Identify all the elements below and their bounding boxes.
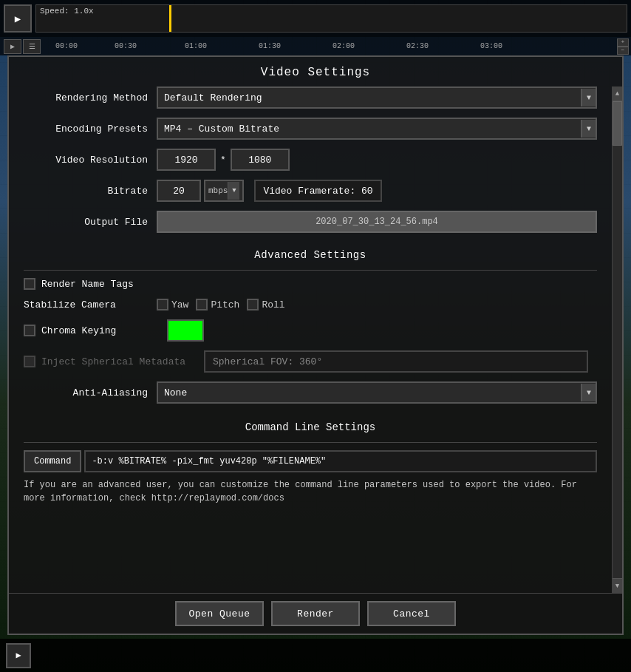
divider-1: [24, 270, 597, 271]
anti-aliasing-row: Anti-Aliasing None ▼: [24, 381, 597, 404]
tick-1: 00:30: [115, 42, 137, 50]
bitrate-row: Bitrate mbps ▼ Video Framerate: 60: [24, 180, 597, 202]
cancel-button[interactable]: Cancel: [367, 601, 456, 626]
bitrate-unit-arrow: ▼: [228, 182, 239, 200]
stabilize-camera-label: Stabilize Camera: [24, 299, 157, 310]
command-line-title: Command Line Settings: [24, 415, 597, 439]
bitrate-label: Bitrate: [24, 186, 157, 197]
spherical-metadata-row: Inject Spherical Metadata Spherical FOV:…: [24, 350, 597, 373]
yaw-checkbox[interactable]: [157, 299, 168, 310]
spherical-fov-display: Spherical FOV: 360°: [204, 350, 588, 373]
pitch-option[interactable]: Pitch: [196, 299, 239, 310]
resolution-width-input[interactable]: [157, 149, 216, 171]
zoom-out-btn[interactable]: −: [617, 47, 629, 55]
output-file-row: Output File 2020_07_30_13_24_56.mp4: [24, 211, 597, 233]
tick-3: 01:30: [259, 42, 281, 50]
encoding-presets-arrow: ▼: [581, 120, 596, 138]
tick-5: 02:30: [406, 42, 429, 50]
output-file-display[interactable]: 2020_07_30_13_24_56.mp4: [157, 211, 597, 233]
zoom-in-btn[interactable]: +: [617, 38, 629, 47]
timeline-ruler: ▶ ☰ 00:00 00:30 01:00 01:30 02:00 02:30 …: [0, 37, 631, 55]
encoding-presets-label: Encoding Presets: [24, 123, 157, 135]
dialog-content: Rendering Method Default Rendering ▼ Enc…: [9, 86, 612, 593]
render-button[interactable]: Render: [271, 601, 360, 626]
video-resolution-label: Video Resolution: [24, 155, 157, 166]
pitch-label: Pitch: [211, 299, 239, 310]
dialog-footer: Open Queue Render Cancel: [9, 593, 622, 634]
pitch-checkbox[interactable]: [196, 299, 208, 310]
tick-6: 03:00: [480, 42, 502, 50]
rendering-method-value: Default Rendering: [164, 92, 262, 103]
divider-2: [24, 442, 597, 443]
tick-2: 01:00: [185, 42, 207, 50]
play-ruler-btn[interactable]: ▶: [4, 39, 21, 54]
list-ruler-btn[interactable]: ☰: [23, 39, 41, 54]
yaw-label: Yaw: [171, 299, 188, 310]
render-name-tags-label: Render Name Tags: [41, 279, 134, 290]
anti-aliasing-value: None: [164, 387, 187, 398]
ruler-right-buttons: + −: [617, 38, 629, 55]
render-name-tags-row: Render Name Tags: [24, 278, 597, 290]
resolution-height-input[interactable]: [231, 149, 290, 171]
rendering-method-row: Rendering Method Default Rendering ▼: [24, 86, 597, 109]
anti-aliasing-dropdown[interactable]: None ▼: [157, 381, 597, 404]
render-name-tags-checkbox[interactable]: [24, 278, 35, 290]
bitrate-unit[interactable]: mbps ▼: [204, 180, 244, 202]
anti-aliasing-label: Anti-Aliasing: [24, 387, 157, 398]
spherical-label: Inject Spherical Metadata: [41, 356, 204, 367]
command-button[interactable]: Command: [24, 450, 81, 472]
encoding-presets-row: Encoding Presets MP4 – Custom Bitrate ▼: [24, 118, 597, 140]
framerate-label: Video Framerate: 60: [263, 186, 372, 197]
output-file-label: Output File: [24, 217, 157, 228]
roll-label: Roll: [262, 299, 284, 310]
scroll-down-btn[interactable]: ▼: [613, 578, 622, 593]
spherical-checkbox[interactable]: [24, 356, 35, 367]
stabilize-options: Yaw Pitch Roll: [157, 299, 285, 310]
tick-4: 02:00: [332, 42, 355, 50]
bitrate-group: mbps ▼ Video Framerate: 60: [157, 180, 382, 202]
dialog-scrollbar[interactable]: ▲ ▼: [612, 86, 622, 593]
open-queue-button[interactable]: Open Queue: [175, 601, 264, 626]
roll-checkbox[interactable]: [247, 299, 259, 310]
tick-0: 00:00: [55, 42, 78, 50]
bitrate-input[interactable]: [157, 180, 201, 202]
ruler-controls: ▶ ☰: [4, 39, 41, 54]
play-button-top[interactable]: ▶: [4, 4, 32, 33]
scroll-track: [613, 101, 622, 578]
chroma-keying-row: Chroma Keying: [24, 319, 597, 342]
scroll-thumb[interactable]: [613, 101, 622, 146]
top-bar: ▶ Speed: 1.0x: [0, 0, 631, 37]
dialog-title: Video Settings: [9, 57, 622, 86]
scroll-up-btn[interactable]: ▲: [613, 86, 622, 101]
bitrate-unit-text: mbps: [208, 186, 228, 195]
output-file-value: 2020_07_30_13_24_56.mp4: [316, 217, 438, 227]
command-help-text: If you are an advanced user, you can cus…: [24, 478, 597, 505]
resolution-inputs: *: [157, 149, 290, 171]
ruler-ticks: 00:00 00:30 01:00 01:30 02:00 02:30 03:0…: [41, 37, 617, 55]
timeline-marker: [169, 5, 171, 32]
encoding-presets-dropdown[interactable]: MP4 – Custom Bitrate ▼: [157, 118, 597, 140]
spherical-fov-value: Spherical FOV: 360°: [213, 356, 322, 367]
anti-aliasing-arrow: ▼: [581, 384, 596, 401]
rendering-method-label: Rendering Method: [24, 92, 157, 103]
encoding-presets-value: MP4 – Custom Bitrate: [164, 123, 279, 135]
rendering-method-dropdown[interactable]: Default Rendering ▼: [157, 86, 597, 109]
timeline-area[interactable]: Speed: 1.0x: [35, 4, 627, 33]
advanced-settings-title: Advanced Settings: [24, 242, 597, 267]
command-input[interactable]: [84, 450, 597, 472]
video-settings-dialog: Video Settings Rendering Method Default …: [7, 55, 624, 635]
speed-label: Speed: 1.0x: [40, 7, 94, 16]
roll-option[interactable]: Roll: [247, 299, 284, 310]
framerate-display: Video Framerate: 60: [254, 180, 381, 202]
video-resolution-row: Video Resolution *: [24, 149, 597, 171]
stabilize-camera-row: Stabilize Camera Yaw Pitch Roll: [24, 299, 597, 310]
play-button-bottom[interactable]: ▶: [6, 643, 31, 668]
yaw-option[interactable]: Yaw: [157, 299, 188, 310]
resolution-separator: *: [220, 155, 226, 166]
bottom-bar: ▶: [0, 639, 631, 672]
chroma-keying-checkbox[interactable]: [24, 325, 35, 336]
chroma-keying-label: Chroma Keying: [41, 325, 160, 336]
chroma-color-swatch[interactable]: [167, 319, 204, 342]
command-row: Command: [24, 450, 597, 472]
rendering-method-arrow: ▼: [581, 89, 596, 106]
